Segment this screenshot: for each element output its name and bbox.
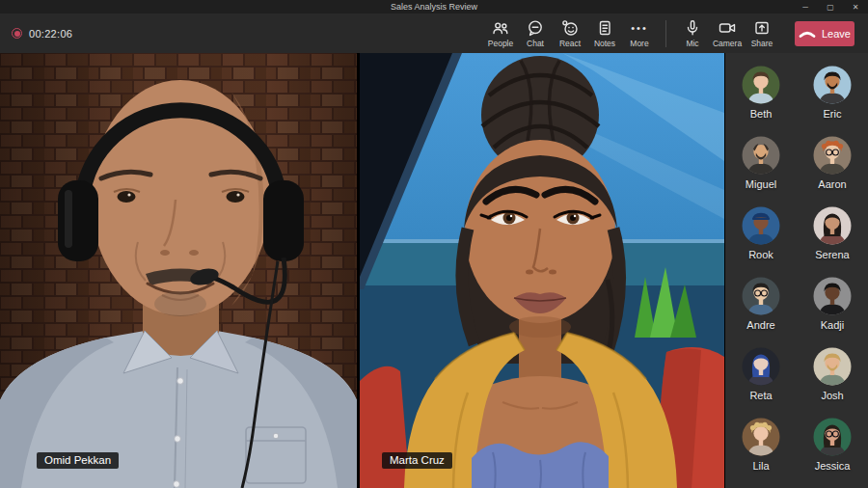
- notes-label: Notes: [594, 39, 615, 48]
- mic-button[interactable]: Mic: [675, 18, 710, 48]
- react-icon: [560, 18, 580, 38]
- participant-name: Kadji: [821, 319, 844, 331]
- participant-name: Lila: [752, 460, 769, 472]
- video-stage: Omid Pekkan: [0, 53, 868, 488]
- react-label: React: [559, 39, 581, 48]
- participant-name: Miguel: [746, 178, 776, 190]
- share-label: Share: [751, 39, 773, 48]
- participant-eric[interactable]: Eric: [800, 66, 864, 136]
- participant-aaron[interactable]: Aaron: [800, 136, 864, 206]
- participant-name-label: Marta Cruz: [382, 452, 452, 469]
- mic-label: Mic: [686, 39, 698, 48]
- share-button[interactable]: Share: [745, 18, 779, 48]
- teams-meeting-window: Sales Analysis Review ─ ▢ ✕ 00:22:06 Peo…: [0, 0, 868, 488]
- leave-label: Leave: [822, 28, 851, 40]
- participant-serena[interactable]: Serena: [800, 206, 864, 277]
- participant-name: Jessica: [815, 460, 851, 472]
- share-icon: [752, 18, 772, 38]
- toolbar-device-group: MicCameraShare: [675, 18, 779, 48]
- meeting-timer: 00:22:06: [29, 28, 72, 40]
- participant-andre[interactable]: Andre: [729, 277, 793, 347]
- avatar: [813, 66, 852, 104]
- avatar: [813, 277, 852, 315]
- avatar: [813, 206, 852, 245]
- hangup-icon: [799, 27, 816, 40]
- people-label: People: [488, 39, 513, 48]
- participant-name: Josh: [821, 390, 843, 401]
- react-button[interactable]: React: [553, 18, 587, 48]
- camera-label: Camera: [713, 39, 742, 48]
- more-button[interactable]: •••More: [622, 18, 657, 48]
- participant-reta[interactable]: Reta: [729, 347, 793, 418]
- marta-video: [360, 53, 724, 488]
- avatar: [742, 347, 780, 386]
- more-icon: •••: [631, 18, 648, 38]
- video-tile-marta[interactable]: Marta Cruz: [360, 53, 724, 488]
- participant-name: Eric: [824, 108, 842, 120]
- mic-icon: [683, 18, 702, 38]
- avatar: [813, 347, 852, 386]
- chat-icon: [526, 18, 545, 38]
- participants-grid: BethEricMiguelAaronRookSerenaAndreKadjiR…: [725, 53, 868, 488]
- leave-button[interactable]: Leave: [795, 21, 854, 46]
- notes-button[interactable]: Notes: [587, 18, 622, 48]
- toolbar-left-group: PeopleChatReactNotes•••More: [483, 18, 657, 48]
- participants-sidebar: BethEricMiguelAaronRookSerenaAndreKadjiR…: [725, 53, 868, 488]
- participant-name: Beth: [750, 108, 773, 120]
- avatar: [742, 136, 780, 175]
- participant-lila[interactable]: Lila: [729, 418, 793, 488]
- more-label: More: [630, 39, 648, 48]
- avatar: [742, 66, 780, 104]
- participant-rook[interactable]: Rook: [729, 206, 793, 277]
- avatar: [813, 136, 852, 175]
- camera-icon: [718, 18, 737, 38]
- chat-button[interactable]: Chat: [518, 18, 553, 48]
- meeting-toolbar: 00:22:06 PeopleChatReactNotes•••More Mic…: [0, 14, 868, 53]
- participant-josh[interactable]: Josh: [800, 347, 864, 418]
- people-icon: [491, 18, 510, 38]
- participant-beth[interactable]: Beth: [729, 66, 793, 136]
- participant-miguel[interactable]: Miguel: [729, 136, 793, 206]
- avatar: [742, 418, 780, 456]
- window-controls: ─ ▢ ✕: [793, 0, 868, 14]
- chat-label: Chat: [527, 39, 544, 48]
- notes-icon: [595, 18, 614, 38]
- participant-name: Andre: [746, 319, 774, 331]
- window-title: Sales Analysis Review: [0, 0, 868, 14]
- recording-timer-group: 00:22:06: [12, 28, 72, 40]
- video-tile-omid[interactable]: Omid Pekkan: [0, 53, 357, 488]
- participant-name: Rook: [748, 249, 773, 260]
- avatar: [813, 418, 852, 456]
- maximize-icon[interactable]: ▢: [818, 0, 843, 14]
- avatar: [742, 277, 780, 315]
- close-icon[interactable]: ✕: [843, 0, 868, 14]
- toolbar-buttons: PeopleChatReactNotes•••More MicCameraSha…: [483, 18, 858, 48]
- participant-jessica[interactable]: Jessica: [800, 418, 864, 488]
- titlebar: Sales Analysis Review ─ ▢ ✕: [0, 0, 868, 14]
- participant-name: Serena: [815, 249, 849, 260]
- omid-video: [0, 53, 357, 488]
- participant-name: Reta: [749, 390, 772, 401]
- camera-button[interactable]: Camera: [710, 18, 745, 48]
- participant-name: Aaron: [818, 178, 846, 190]
- avatar: [742, 206, 780, 245]
- people-button[interactable]: People: [483, 18, 518, 48]
- toolbar-divider: [665, 20, 666, 47]
- record-icon: [12, 28, 22, 39]
- minimize-icon[interactable]: ─: [793, 0, 818, 14]
- participant-kadji[interactable]: Kadji: [800, 277, 864, 347]
- participant-name-label: Omid Pekkan: [37, 452, 119, 469]
